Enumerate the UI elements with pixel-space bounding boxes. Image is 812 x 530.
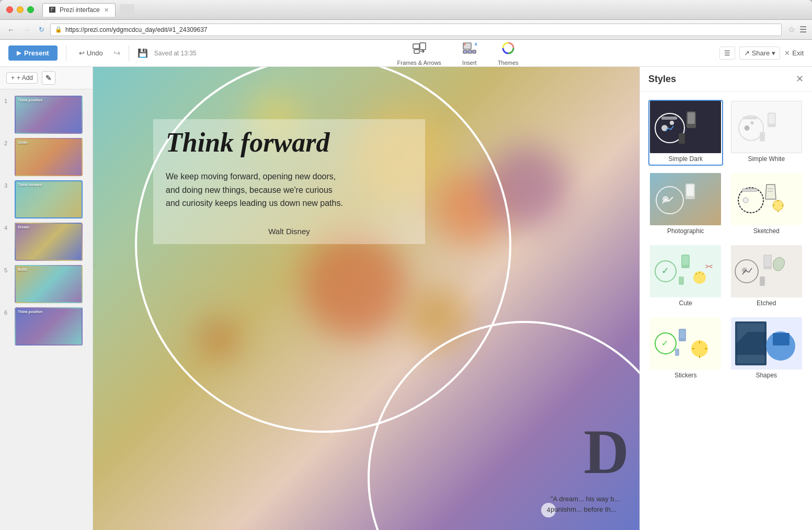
redo-button[interactable]: ↪ xyxy=(113,48,120,58)
style-item-shapes[interactable]: Shapes xyxy=(729,316,804,382)
style-item-cute[interactable]: ✓ >< Cute xyxy=(648,244,723,310)
style-item-etched[interactable]: Etched xyxy=(729,244,804,310)
slide-thumb-inner: Build xyxy=(16,266,82,302)
slide-body: We keep moving forward, opening new door… xyxy=(166,170,344,210)
insert-button[interactable]: + Insert xyxy=(462,41,477,66)
style-item-simple-dark[interactable]: Simple Dark xyxy=(648,100,723,166)
styles-panel: Styles ✕ xyxy=(639,67,812,530)
back-button[interactable]: ← xyxy=(5,24,17,36)
style-label-sketched: Sketched xyxy=(753,225,780,237)
close-button[interactable] xyxy=(6,6,13,13)
slide-thumbnail: Think forward xyxy=(15,180,83,218)
slide-thumbnail: Smile xyxy=(15,138,83,176)
style-thumb-shapes xyxy=(731,317,802,370)
new-tab-area xyxy=(120,4,134,16)
style-thumb-cute: ✓ >< xyxy=(650,245,721,297)
svg-rect-50 xyxy=(764,256,771,266)
menu-button[interactable]: ☰ xyxy=(719,47,735,60)
slide-title: Think forward xyxy=(166,128,413,157)
svg-rect-46 xyxy=(731,245,802,297)
svg-text:✓: ✓ xyxy=(661,266,669,276)
present-button[interactable]: ▶ Present xyxy=(8,45,58,61)
content-box: Think forward We keep moving forward, op… xyxy=(153,119,425,244)
hamburger-icon: ☰ xyxy=(724,49,730,57)
style-thumb-simple-white xyxy=(731,101,802,153)
dream-quote: "A dream... his way b... punishm... befo… xyxy=(551,494,634,514)
slide-item-6[interactable]: 6Think positive xyxy=(0,305,93,348)
edit-button[interactable]: ✎ xyxy=(42,71,55,85)
add-label: + Add xyxy=(17,74,33,82)
slide-thumbnail: Think positive xyxy=(15,96,83,134)
share-chevron-icon: ▾ xyxy=(772,49,775,57)
styles-close-button[interactable]: ✕ xyxy=(796,73,804,85)
slide-number-label: 6 xyxy=(4,309,12,316)
slide-content: Think forward We keep moving forward, op… xyxy=(93,67,639,530)
undo-button[interactable]: ↩ Undo xyxy=(75,47,107,59)
style-label-stickers: Stickers xyxy=(674,370,697,381)
slide-thumb-label: Dream xyxy=(18,225,29,229)
add-slide-button[interactable]: + + Add xyxy=(6,72,38,84)
svg-point-4 xyxy=(464,43,466,45)
plus-icon: + xyxy=(11,74,15,82)
themes-button[interactable]: Themes xyxy=(498,41,519,66)
canvas-area[interactable]: Think forward We keep moving forward, op… xyxy=(93,67,639,530)
frames-arrows-button[interactable]: Frames & Arrows xyxy=(397,41,441,66)
browser-window: 🅿 Prezi interface ✕ ← → ↻ 🔒 https://prez… xyxy=(0,0,812,530)
present-icon: ▶ xyxy=(17,50,21,56)
svg-rect-30 xyxy=(687,185,694,196)
slide-item-2[interactable]: 2Smile xyxy=(0,136,93,178)
slide-thumbnail: Build xyxy=(15,265,83,303)
svg-rect-26 xyxy=(650,173,721,225)
forward-button[interactable]: → xyxy=(21,24,32,36)
svg-rect-20 xyxy=(742,117,757,119)
refresh-button[interactable]: ↻ xyxy=(37,25,46,34)
slide-item-5[interactable]: 5Build xyxy=(0,263,93,305)
svg-rect-51 xyxy=(760,276,765,286)
slide-thumb-inner: Dream xyxy=(16,224,82,260)
svg-point-25 xyxy=(750,121,753,124)
minimize-button[interactable] xyxy=(17,6,24,13)
themes-label: Themes xyxy=(498,60,519,66)
d-letter: D xyxy=(584,416,629,488)
slide-thumb-inner: Think positive xyxy=(16,308,82,344)
style-item-stickers[interactable]: ✓ Stickers xyxy=(648,316,723,382)
svg-rect-42 xyxy=(682,256,689,265)
themes-icon xyxy=(501,41,516,59)
undo-arrow-icon: ↩ xyxy=(79,49,85,57)
exit-label: Exit xyxy=(792,49,804,57)
slide-item-3[interactable]: 3Think forward xyxy=(0,178,93,221)
slide-item-4[interactable]: 4Dream xyxy=(0,221,93,263)
style-item-simple-white[interactable]: Simple White xyxy=(729,100,804,166)
resize-handle[interactable] xyxy=(93,67,96,530)
browser-menu-icon[interactable]: ☰ xyxy=(799,25,807,34)
exit-x-icon: ✕ xyxy=(784,49,790,57)
share-button[interactable]: ↗ Share ▾ xyxy=(739,47,781,60)
slide-number-label: 5 xyxy=(4,267,12,273)
svg-rect-6 xyxy=(468,50,472,53)
svg-rect-38 xyxy=(650,245,721,297)
tab-close-icon[interactable]: ✕ xyxy=(104,7,109,14)
maximize-button[interactable] xyxy=(27,6,34,13)
svg-rect-0 xyxy=(413,44,419,49)
slide-number-label: 1 xyxy=(4,98,12,104)
style-thumb-photographic xyxy=(650,173,721,225)
svg-rect-1 xyxy=(420,43,426,50)
slide-thumb-label: Smile xyxy=(18,141,28,144)
svg-rect-16 xyxy=(679,133,685,144)
slide-thumb-inner: Think positive xyxy=(16,97,82,133)
svg-rect-5 xyxy=(463,50,467,53)
url-text: https://prezi.com/ydgmcdcu_day/edit/#1_2… xyxy=(65,26,208,33)
svg-text:+: + xyxy=(474,41,477,48)
save-icon[interactable]: 💾 xyxy=(138,48,148,58)
bookmark-icon[interactable]: ☆ xyxy=(788,25,795,34)
slide-number-label: 4 xyxy=(4,225,12,231)
style-item-sketched[interactable]: Sketched xyxy=(729,172,804,238)
present-label: Present xyxy=(24,49,49,57)
exit-button[interactable]: ✕ Exit xyxy=(784,49,804,57)
slide-author: Walt Disney xyxy=(166,227,413,236)
browser-tab[interactable]: 🅿 Prezi interface ✕ xyxy=(42,3,116,17)
style-item-photographic[interactable]: Photographic xyxy=(648,172,723,238)
svg-rect-33 xyxy=(742,189,757,191)
address-bar[interactable]: 🔒 https://prezi.com/ydgmcdcu_day/edit/#1… xyxy=(50,24,782,36)
slide-item-1[interactable]: 1Think positive xyxy=(0,94,93,136)
